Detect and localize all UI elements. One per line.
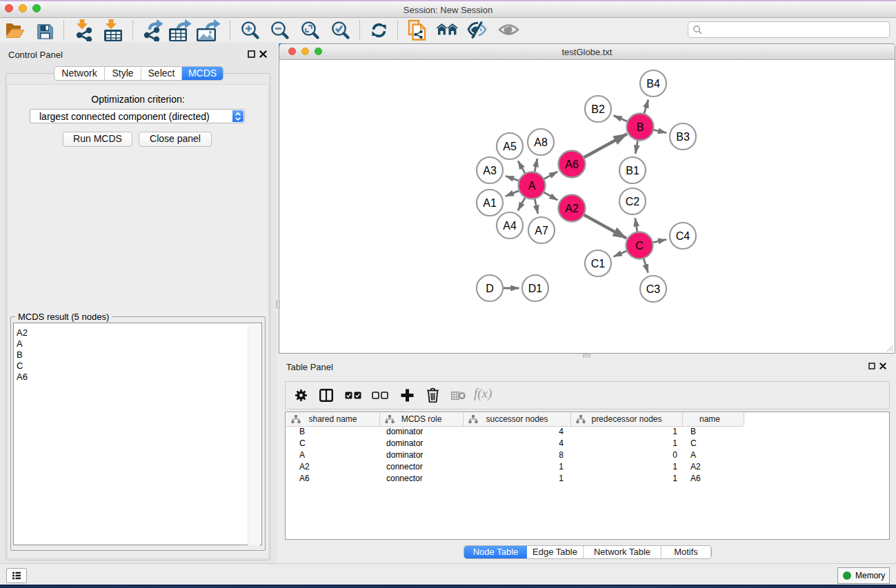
svg-text:B2: B2 <box>591 103 605 115</box>
svg-text:A: A <box>528 180 536 192</box>
svg-text:A5: A5 <box>503 141 517 152</box>
svg-text:A3: A3 <box>483 165 497 176</box>
svg-text:A8: A8 <box>534 136 548 148</box>
svg-text:C4: C4 <box>676 230 690 242</box>
svg-text:A4: A4 <box>503 220 517 232</box>
svg-text:B4: B4 <box>646 78 660 90</box>
svg-text:C3: C3 <box>646 283 661 295</box>
svg-text:B3: B3 <box>676 131 690 143</box>
svg-text:C2: C2 <box>626 196 640 207</box>
svg-text:A2: A2 <box>565 203 579 214</box>
svg-text:A7: A7 <box>535 225 548 236</box>
svg-text:C: C <box>635 240 644 252</box>
svg-text:D: D <box>486 283 494 294</box>
svg-text:A6: A6 <box>565 159 579 170</box>
svg-text:D1: D1 <box>528 283 543 294</box>
svg-text:A1: A1 <box>483 197 497 209</box>
svg-text:C1: C1 <box>591 258 606 270</box>
svg-text:B1: B1 <box>626 165 639 176</box>
svg-text:B: B <box>637 121 644 133</box>
